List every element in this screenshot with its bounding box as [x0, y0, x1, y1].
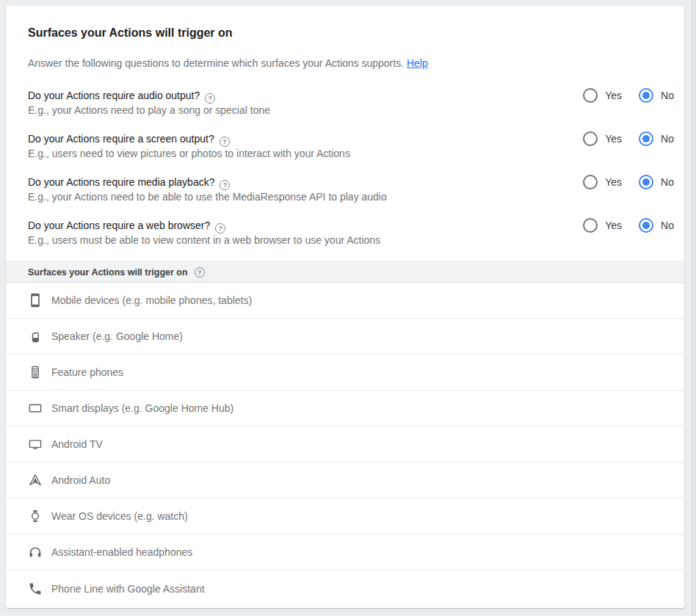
surface-row: Android TV: [6, 427, 684, 463]
question-row: Do your Actions require audio output?? E…: [28, 88, 674, 117]
radio-yes[interactable]: [583, 131, 598, 146]
surface-label: Phone Line with Google Assistant: [51, 583, 205, 595]
feature-phone-icon: [28, 365, 43, 380]
android-auto-icon: [28, 473, 43, 488]
question-text-block: Do your Actions require audio output?? E…: [28, 88, 270, 117]
surface-row: Phone Line with Google Assistant: [6, 570, 684, 606]
surface-row: Mobile devices (e.g. mobile phones, tabl…: [6, 283, 684, 319]
section-help-icon[interactable]: ?: [195, 267, 205, 278]
question-help-icon[interactable]: ?: [220, 180, 230, 190]
surface-label: Feature phones: [51, 366, 123, 378]
surface-row: Wear OS devices (e.g. watch): [6, 499, 684, 535]
surface-label: Smart displays (e.g. Google Home Hub): [51, 402, 233, 414]
question-example: E.g., your Actions need to play a song o…: [28, 103, 270, 117]
surface-row: Smart displays (e.g. Google Home Hub): [6, 391, 684, 427]
surface-label: Mobile devices (e.g. mobile phones, tabl…: [51, 294, 252, 306]
surface-label: Wear OS devices (e.g. watch): [51, 510, 188, 522]
scrollbar-track[interactable]: [691, 0, 696, 616]
radio-no[interactable]: [639, 218, 653, 233]
question-help-icon[interactable]: ?: [220, 137, 230, 147]
question-text: Do your Actions require audio output?: [28, 90, 200, 101]
question-text: Do your Actions require a web browser?: [28, 220, 210, 231]
surface-label: Speaker (e.g. Google Home): [51, 330, 183, 342]
surface-label: Assistant-enabled headphones: [51, 546, 192, 558]
surfaces-section-header: Surfaces your Actions will trigger on ?: [6, 261, 684, 283]
questions-list: Do your Actions require audio output?? E…: [6, 88, 684, 247]
radio-group: Yes No: [583, 131, 674, 146]
radio-group: Yes No: [583, 218, 674, 233]
question-text: Do your Actions require media playback?: [28, 176, 214, 188]
surface-row: Feature phones: [6, 355, 684, 391]
radio-group: Yes No: [583, 88, 674, 103]
phone-icon: [28, 581, 43, 596]
radio-no[interactable]: [639, 131, 653, 146]
help-link[interactable]: Help: [407, 57, 428, 69]
radio-yes-label[interactable]: Yes: [605, 220, 622, 231]
smart-display-icon: [28, 401, 43, 416]
radio-yes[interactable]: [583, 218, 598, 233]
question-example: E.g., users need to view pictures or pho…: [28, 146, 350, 161]
question-text-block: Do your Actions require media playback??…: [28, 175, 387, 204]
intro-text: Answer the following questions to determ…: [28, 56, 662, 70]
surface-row: Speaker (e.g. Google Home): [6, 319, 684, 355]
question-row: Do your Actions require a web browser?? …: [28, 218, 674, 247]
surface-label: Android TV: [51, 438, 103, 450]
radio-no-label[interactable]: No: [661, 220, 674, 231]
radio-yes-label[interactable]: Yes: [605, 133, 622, 145]
radio-group: Yes No: [583, 175, 674, 189]
intro-sentence: Answer the following questions to determ…: [28, 57, 404, 69]
radio-yes-label[interactable]: Yes: [605, 90, 622, 101]
question-text: Do your Actions require a screen output?: [28, 133, 214, 145]
question-help-icon[interactable]: ?: [215, 223, 225, 233]
surface-row: Assistant-enabled headphones: [6, 535, 684, 570]
radio-no-label[interactable]: No: [661, 176, 674, 188]
question-help-icon[interactable]: ?: [205, 93, 215, 104]
radio-no[interactable]: [639, 88, 653, 103]
question-example: E.g., users must be able to view content…: [28, 233, 380, 247]
tv-icon: [28, 437, 43, 452]
question-example: E.g., your Actions need to be able to us…: [28, 189, 387, 204]
radio-no-label[interactable]: No: [661, 90, 674, 101]
radio-yes[interactable]: [583, 88, 598, 103]
headphones-icon: [28, 545, 43, 559]
radio-no[interactable]: [639, 175, 653, 189]
radio-no-label[interactable]: No: [661, 133, 674, 145]
radio-yes-label[interactable]: Yes: [605, 176, 622, 188]
surfaces-section-header-label: Surfaces your Actions will trigger on: [28, 267, 188, 278]
question-row: Do your Actions require a screen output?…: [28, 131, 674, 161]
surface-label: Android Auto: [51, 474, 110, 486]
surfaces-card: Surfaces your Actions will trigger on An…: [6, 6, 684, 608]
question-text-block: Do your Actions require a web browser?? …: [28, 218, 380, 247]
question-row: Do your Actions require media playback??…: [28, 175, 674, 204]
radio-yes[interactable]: [583, 175, 598, 189]
page-title: Surfaces your Actions will trigger on: [28, 26, 662, 40]
question-text-block: Do your Actions require a screen output?…: [28, 131, 350, 161]
watch-icon: [28, 509, 43, 523]
smartphone-icon: [28, 293, 43, 308]
speaker-icon: [28, 329, 43, 344]
surface-row: Android Auto: [6, 463, 684, 499]
surfaces-list: Mobile devices (e.g. mobile phones, tabl…: [6, 283, 684, 606]
